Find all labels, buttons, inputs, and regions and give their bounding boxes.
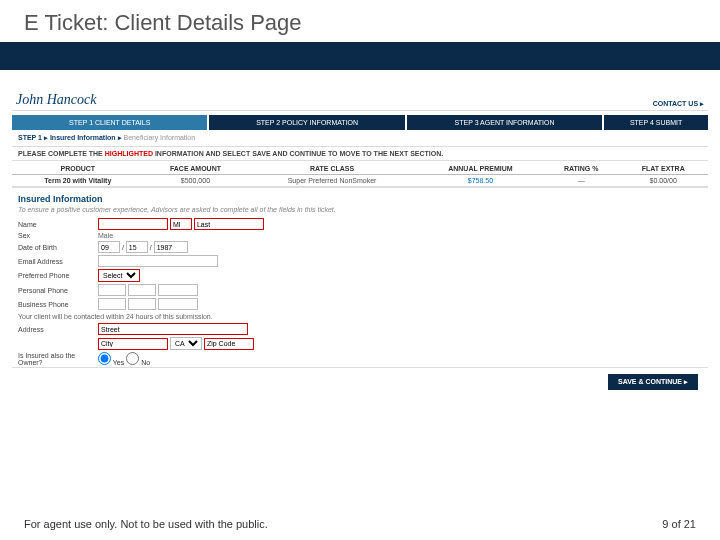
street-field[interactable] bbox=[98, 323, 248, 335]
step-client-details[interactable]: STEP 1 CLIENT DETAILS bbox=[12, 115, 207, 130]
summary-rating: — bbox=[544, 175, 619, 187]
title-divider bbox=[0, 42, 720, 70]
policy-summary-table: PRODUCT FACE AMOUNT RATE CLASS ANNUAL PR… bbox=[12, 163, 708, 187]
business-phone-label: Business Phone bbox=[18, 297, 98, 311]
summary-header: PRODUCT bbox=[12, 163, 144, 175]
email-field[interactable] bbox=[98, 255, 218, 267]
step-agent-information[interactable]: STEP 3 AGENT INFORMATION bbox=[407, 115, 602, 130]
summary-header: RATE CLASS bbox=[247, 163, 417, 175]
summary-flat-extra: $0.00/00 bbox=[618, 175, 708, 187]
breadcrumb-section[interactable]: Insured Information bbox=[50, 134, 116, 141]
page-number: 9 of 21 bbox=[662, 518, 696, 530]
dob-month-field[interactable] bbox=[98, 241, 120, 253]
dob-label: Date of Birth bbox=[18, 240, 98, 254]
mi-field[interactable] bbox=[170, 218, 192, 230]
summary-header: FLAT EXTRA bbox=[618, 163, 708, 175]
slide-title: E Ticket: Client Details Page bbox=[0, 0, 720, 42]
summary-header: ANNUAL PREMIUM bbox=[417, 163, 544, 175]
name-label: Name bbox=[18, 217, 98, 231]
table-row: Term 20 with Vitality $500,000 Super Pre… bbox=[12, 175, 708, 187]
progress-steps: STEP 1 CLIENT DETAILS STEP 2 POLICY INFO… bbox=[12, 115, 708, 130]
slide-footer: For agent use only. Not to be used with … bbox=[0, 510, 720, 540]
owner-label: Is Insured also the Owner? bbox=[18, 351, 98, 367]
owner-no-option[interactable]: No bbox=[126, 359, 150, 366]
breadcrumb: STEP 1 ▸ Insured Information ▸ Beneficia… bbox=[12, 130, 708, 146]
step-submit[interactable]: STEP 4 SUBMIT bbox=[604, 115, 708, 130]
section-heading: Insured Information bbox=[12, 187, 708, 206]
brand-logo: John Hancock bbox=[16, 92, 96, 108]
summary-header: FACE AMOUNT bbox=[144, 163, 248, 175]
insured-form: Name Sex Male Date of Birth / / Email Ad… bbox=[18, 217, 264, 367]
contact-us-link[interactable]: CONTACT US ▸ bbox=[653, 100, 704, 108]
first-name-field[interactable] bbox=[98, 218, 168, 230]
section-subtext: To ensure a positive customer experience… bbox=[12, 206, 708, 217]
business-phone-1[interactable] bbox=[98, 298, 126, 310]
summary-header: RATING % bbox=[544, 163, 619, 175]
app-topbar: John Hancock CONTACT US ▸ bbox=[12, 90, 708, 111]
address-label: Address bbox=[18, 322, 98, 336]
summary-face-amount: $500,000 bbox=[144, 175, 248, 187]
preferred-phone-select[interactable]: Select bbox=[98, 269, 140, 282]
sex-value: Male bbox=[98, 231, 264, 240]
save-continue-button[interactable]: SAVE & CONTINUE ▸ bbox=[608, 374, 698, 390]
state-select[interactable]: CA bbox=[170, 337, 202, 350]
business-phone-3[interactable] bbox=[158, 298, 198, 310]
last-name-field[interactable] bbox=[194, 218, 264, 230]
dob-day-field[interactable] bbox=[126, 241, 148, 253]
zip-field[interactable] bbox=[204, 338, 254, 350]
dob-year-field[interactable] bbox=[154, 241, 188, 253]
personal-phone-1[interactable] bbox=[98, 284, 126, 296]
personal-phone-label: Personal Phone bbox=[18, 283, 98, 297]
contact-note: Your client will be contacted within 24 … bbox=[18, 311, 264, 322]
app-screenshot: John Hancock CONTACT US ▸ STEP 1 CLIENT … bbox=[0, 70, 720, 390]
summary-product: Term 20 with Vitality bbox=[12, 175, 144, 187]
email-label: Email Address bbox=[18, 254, 98, 268]
summary-annual-premium[interactable]: $758.50 bbox=[417, 175, 544, 187]
preferred-phone-label: Preferred Phone bbox=[18, 268, 98, 283]
instruction-highlight: HIGHLIGHTED bbox=[105, 150, 153, 157]
step-policy-information[interactable]: STEP 2 POLICY INFORMATION bbox=[209, 115, 404, 130]
summary-rate-class: Super Preferred NonSmoker bbox=[247, 175, 417, 187]
instruction-banner: PLEASE COMPLETE THE HIGHLIGHTED INFORMAT… bbox=[12, 146, 708, 161]
personal-phone-3[interactable] bbox=[158, 284, 198, 296]
city-field[interactable] bbox=[98, 338, 168, 350]
personal-phone-2[interactable] bbox=[128, 284, 156, 296]
owner-yes-option[interactable]: Yes bbox=[98, 359, 124, 366]
sex-label: Sex bbox=[18, 231, 98, 240]
footer-disclaimer: For agent use only. Not to be used with … bbox=[24, 518, 268, 530]
business-phone-2[interactable] bbox=[128, 298, 156, 310]
breadcrumb-step: STEP 1 bbox=[18, 134, 42, 141]
breadcrumb-current: Beneficiary Information bbox=[124, 134, 196, 141]
